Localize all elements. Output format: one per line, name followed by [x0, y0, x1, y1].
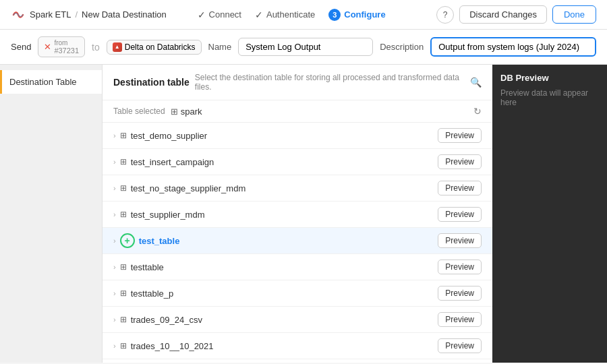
destination-description: Select the destination table for storing… — [195, 73, 465, 92]
table-row[interactable]: › ⊞ testtable Preview — [103, 254, 492, 280]
table-row[interactable]: › ⊞ trades_10__10_2021 Preview — [103, 333, 492, 359]
page-title: New Data Destination — [82, 9, 167, 20]
header-actions: ? Discard Changes Done — [436, 5, 596, 24]
delta-chip[interactable]: ▲ Delta on Databricks — [107, 40, 202, 55]
name-label: Name — [208, 42, 232, 52]
nexset-x-icon: ✕ — [44, 42, 51, 52]
table-list: › ⊞ test_demo_supplier Preview › ⊞ test_… — [103, 123, 492, 363]
preview-button[interactable]: Preview — [438, 286, 482, 301]
row-name: testtable — [131, 262, 438, 272]
table-grid-icon: ⊞ — [171, 107, 178, 117]
destination-header: Destination table Select the destination… — [103, 65, 492, 100]
selected-table-badge: ⊞ spark — [171, 107, 202, 117]
discard-button[interactable]: Discard Changes — [459, 5, 547, 24]
row-name: trades_10__10_2021 — [131, 341, 438, 351]
desc-label: Description — [380, 42, 424, 52]
search-icon[interactable]: 🔍 — [470, 77, 482, 88]
table-icon: ⊞ — [120, 262, 127, 272]
refresh-button[interactable]: ↻ — [473, 106, 482, 117]
sidebar-item-destination-table[interactable]: Destination Table — [0, 70, 102, 94]
selected-table-name: spark — [181, 107, 202, 117]
delta-icon: ▲ — [113, 42, 122, 52]
step-check-icon: ✓ — [198, 9, 206, 20]
preview-button[interactable]: Preview — [438, 260, 482, 274]
row-name: test_no_stage_supplier_mdm — [131, 183, 438, 193]
db-preview-empty: Preview data will appear here — [500, 88, 599, 107]
delta-label: Delta on Databricks — [125, 42, 196, 52]
row-name: test_demo_supplier — [131, 131, 438, 141]
table-icon: ⊞ — [120, 289, 127, 298]
table-row[interactable]: › + test_table Preview — [103, 228, 492, 254]
destination-title: Destination table — [113, 77, 190, 88]
help-button[interactable]: ? — [436, 6, 454, 24]
row-name: test_table — [139, 236, 438, 246]
table-icon: ⊞ — [120, 157, 127, 166]
row-name: trades_09_24_csv — [131, 315, 438, 325]
row-expand-icon: › — [113, 289, 116, 297]
table-icon: ⊞ — [120, 341, 127, 351]
step-connect: ✓ Connect — [198, 9, 241, 20]
row-expand-icon: › — [113, 342, 116, 350]
steps-nav: ✓ Connect ✓ Authenticate 3 Configure — [198, 9, 386, 21]
preview-button[interactable]: Preview — [438, 233, 482, 248]
step-authenticate-label: Authenticate — [266, 9, 315, 20]
row-expand-icon: › — [113, 184, 116, 192]
row-expand-icon: › — [113, 315, 116, 324]
name-input[interactable] — [238, 38, 373, 56]
table-row[interactable]: › ⊞ trades_csv Preview — [103, 359, 492, 363]
step-check-icon-2: ✓ — [255, 9, 263, 20]
table-row[interactable]: › ⊞ test_insert_campaign Preview — [103, 149, 492, 175]
table-row[interactable]: › ⊞ test_demo_supplier Preview — [103, 123, 492, 149]
step-configure-label: Configure — [344, 9, 385, 20]
table-row[interactable]: › ⊞ test_supplier_mdm Preview — [103, 202, 492, 228]
row-expand-icon: › — [113, 263, 116, 271]
row-expand-icon: › — [113, 237, 116, 245]
row-name: test_insert_campaign — [131, 157, 438, 167]
preview-button[interactable]: Preview — [438, 338, 482, 353]
table-icon: ⊞ — [120, 315, 127, 324]
done-button[interactable]: Done — [552, 5, 596, 24]
step-configure: 3 Configure — [328, 9, 385, 21]
step-connect-label: Connect — [209, 9, 241, 20]
table-row[interactable]: › ⊞ test_no_stage_supplier_mdm Preview — [103, 175, 492, 202]
nexset-chip[interactable]: ✕ from #37231 — [38, 36, 85, 57]
step-authenticate: ✓ Authenticate — [255, 9, 315, 20]
sidebar: Destination Table — [0, 65, 103, 363]
nexset-from-label: from — [54, 39, 79, 47]
breadcrumb-separator: / — [75, 9, 78, 20]
desc-input[interactable] — [430, 37, 596, 57]
content-area: Destination table Select the destination… — [103, 65, 492, 363]
main-content: Destination Table Destination table Sele… — [0, 65, 607, 363]
send-bar: Send ✕ from #37231 to ▲ Delta on Databri… — [0, 30, 607, 65]
row-expand-icon: › — [113, 131, 116, 140]
preview-button[interactable]: Preview — [438, 312, 482, 327]
logo-icon — [11, 7, 26, 22]
preview-button[interactable]: Preview — [438, 154, 482, 169]
table-selected-label: Table selected — [113, 107, 165, 116]
preview-button[interactable]: Preview — [438, 128, 482, 143]
app-header: Spark ETL / New Data Destination ✓ Conne… — [0, 0, 607, 30]
preview-button[interactable]: Preview — [438, 207, 482, 222]
db-preview-title: DB Preview — [500, 73, 599, 83]
table-bar: Table selected ⊞ spark ↻ — [103, 100, 492, 123]
app-name: Spark ETL — [30, 9, 71, 20]
row-name: test_supplier_mdm — [131, 210, 438, 220]
logo-area: Spark ETL / New Data Destination — [11, 7, 167, 22]
table-icon: ⊞ — [120, 131, 127, 140]
db-preview-panel: DB Preview Preview data will appear here — [492, 65, 607, 363]
table-icon: ⊞ — [120, 210, 127, 219]
nexset-id: #37231 — [54, 47, 79, 55]
table-row[interactable]: › ⊞ trades_09_24_csv Preview — [103, 307, 492, 333]
row-name: testtable_p — [131, 289, 438, 299]
step-number: 3 — [328, 9, 341, 21]
table-row[interactable]: › ⊞ testtable_p Preview — [103, 280, 492, 307]
plus-circle-icon: + — [120, 233, 135, 248]
preview-button[interactable]: Preview — [438, 181, 482, 195]
arrow-icon: to — [92, 42, 100, 53]
send-label: Send — [11, 42, 31, 52]
row-expand-icon: › — [113, 210, 116, 218]
row-expand-icon: › — [113, 158, 116, 166]
table-icon: ⊞ — [120, 183, 127, 193]
